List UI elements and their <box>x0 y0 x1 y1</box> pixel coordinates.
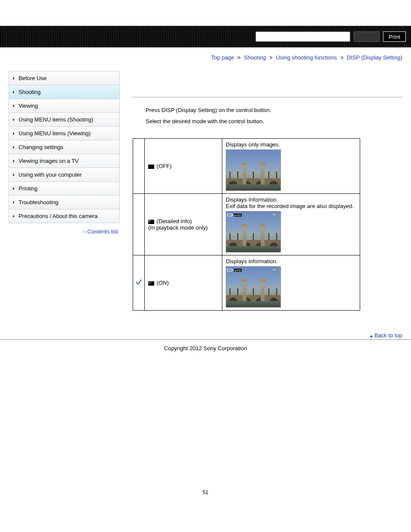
breadcrumb-top[interactable]: Top page <box>211 54 234 61</box>
display-mode-icon <box>148 220 154 224</box>
mode-label-cell: (OFF) <box>145 139 222 194</box>
sample-image <box>226 149 281 191</box>
desc-line: Exif data for the recorded image are als… <box>226 203 356 209</box>
sidebar-item-shooting[interactable]: Shooting <box>9 85 119 99</box>
mode-desc-cell: Displays information.▶VGA96 ▢ <box>222 255 360 311</box>
triangle-up-icon: ▲ <box>369 333 374 338</box>
sidebar-item-before-use[interactable]: Before Use <box>9 72 119 85</box>
table-row: (ON)Displays information.▶VGA96 ▢ <box>133 255 360 311</box>
check-cell <box>133 194 145 255</box>
sidebar-item-printing[interactable]: Printing <box>9 182 119 196</box>
search-button[interactable] <box>354 31 380 42</box>
table-row: (OFF)Displays only images. <box>133 139 360 194</box>
header-bar: Print <box>0 26 411 47</box>
contents-list-link[interactable]: Contents list <box>87 228 118 235</box>
sidebar-item-viewing-images-on-a-tv[interactable]: Viewing images on a TV <box>9 154 119 168</box>
sidebar-item-using-with-your-computer[interactable]: Using with your computer <box>9 168 119 182</box>
mode-label: (Detailed Info) <box>155 218 192 224</box>
mode-desc-cell: Displays only images. <box>222 139 360 194</box>
desc-line: Displays Information. <box>226 196 356 203</box>
sidebar-item-using-menu-items-viewing[interactable]: Using MENU items (Viewing) <box>9 127 119 140</box>
check-icon <box>135 281 143 287</box>
breadcrumb-functions[interactable]: Using shooting functions <box>276 54 337 61</box>
desc-line: Displays only images. <box>226 141 356 148</box>
mode-label: (ON) <box>155 280 169 286</box>
page-number: 51 <box>0 369 411 504</box>
sidebar-item-changing-settings[interactable]: Changing settings <box>9 140 119 154</box>
mode-sublabel: (In playback mode only) <box>148 224 218 231</box>
mode-label-cell: (ON) <box>145 255 222 311</box>
sidebar-item-viewing[interactable]: Viewing <box>9 99 119 113</box>
desc-line: Displays information. <box>226 258 356 264</box>
display-mode-table: (OFF)Displays only images. (Detailed Inf… <box>133 138 360 311</box>
sidebar: Before UseShootingViewingUsing MENU item… <box>9 71 120 235</box>
display-mode-icon <box>148 281 154 286</box>
sample-image: ▶VGA96 ▢ <box>226 266 281 308</box>
mode-label-cell: (Detailed Info)(In playback mode only) <box>145 194 222 255</box>
sample-image: ▶VGA96 ▢········ <box>226 211 281 252</box>
back-to-top-link[interactable]: Back to top <box>374 332 402 339</box>
check-cell <box>133 255 145 311</box>
copyright: Copyright 2012 Sony Corporation <box>0 339 411 369</box>
main-content: Press DISP (Display Setting) on the cont… <box>120 69 402 339</box>
table-row: (Detailed Info)(In playback mode only)Di… <box>133 194 360 255</box>
mode-desc-cell: Displays Information.Exif data for the r… <box>222 194 360 255</box>
check-cell <box>133 139 145 194</box>
breadcrumb-current: DISP (Display Setting) <box>347 54 402 61</box>
search-input[interactable] <box>255 31 350 42</box>
sidebar-item-using-menu-items-shooting[interactable]: Using MENU items (Shooting) <box>9 113 119 127</box>
instruction-2: Select the desired mode with the control… <box>146 117 402 126</box>
sidebar-item-troubleshooting[interactable]: Troubleshooting <box>9 196 119 209</box>
print-button[interactable]: Print <box>383 31 406 42</box>
instruction-1: Press DISP (Display Setting) on the cont… <box>146 106 402 115</box>
mode-label: (OFF) <box>155 163 171 169</box>
breadcrumb-shooting[interactable]: Shooting <box>244 54 266 61</box>
display-mode-icon <box>148 165 154 169</box>
arrow-right-icon: → <box>81 228 86 235</box>
breadcrumb: Top page > Shooting > Using shooting fun… <box>0 47 411 69</box>
sidebar-item-precautions-about-this-camera[interactable]: Precautions / About this camera <box>9 209 119 223</box>
